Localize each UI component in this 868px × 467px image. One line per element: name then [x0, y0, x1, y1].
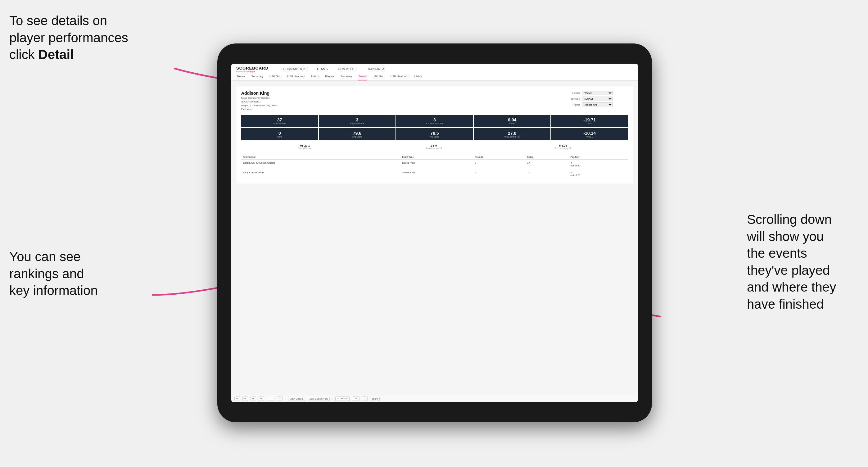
player-controls: Gender Women Men Division NJCAA I NJCAA …: [566, 91, 628, 111]
stat-regional-rank: 3 Regional Rank: [319, 115, 396, 127]
stat-label-sos: SoS: [552, 122, 627, 125]
stat-value-national: 37: [243, 117, 317, 122]
stat-value-sg: -10.14: [552, 131, 627, 136]
division-select[interactable]: NJCAA I NJCAA II: [582, 97, 613, 101]
stat-label-sg: Avg SG: [552, 136, 627, 138]
records-row: 91-20-1 Overall Record 1-5-0 Record vs t…: [241, 142, 628, 152]
record-top50: 5-11-1 Record vs top 50: [555, 144, 571, 149]
record-top25: 1-5-0 Record vs top 25: [425, 144, 442, 149]
nav-tournaments[interactable]: TOURNAMENTS: [280, 65, 308, 73]
cell-event-type-1: Stroke Play: [400, 169, 473, 179]
stat-label-wins: Wins: [243, 136, 317, 138]
toolbar-share[interactable]: Share: [370, 397, 380, 401]
toolbar-watch[interactable]: 👁 Watch ▾: [335, 397, 349, 401]
toolbar-target[interactable]: ⊙: [277, 397, 282, 401]
table-row: Estella CC- Mountain Classic Stroke Play…: [241, 160, 628, 169]
gender-control: Gender Women Men: [566, 91, 628, 95]
tab-summary[interactable]: Summary: [251, 73, 264, 81]
tab-h2h-grid2[interactable]: H2H Grid: [372, 73, 385, 81]
annotation-br-6: have finished: [747, 297, 824, 311]
player-select[interactable]: Addison King: [582, 102, 613, 107]
nav-teams[interactable]: TEAMS: [315, 65, 329, 73]
toolbar-undo[interactable]: ↩: [235, 397, 240, 401]
annotation-br-2: will show you: [747, 229, 824, 244]
tab-detail[interactable]: Detail: [358, 73, 367, 81]
powered-by: Powered by clippd: [236, 70, 269, 73]
annotation-br-5: and where they: [747, 280, 836, 294]
tab-h2h-heatmap[interactable]: H2H Heatmap: [287, 73, 306, 81]
stat-value-conference: 3: [397, 117, 472, 122]
stat-sos: -19.71 SoS: [551, 115, 628, 127]
stat-value-points: 6.04: [475, 117, 550, 122]
main-content[interactable]: Addison King Mesa Community College NJCA…: [231, 81, 638, 395]
annotation-br-1: Scrolling down: [747, 212, 832, 227]
stat-points: 6.04 Points: [474, 115, 551, 127]
annotation-br-3: the events: [747, 246, 807, 260]
toolbar-share-options[interactable]: ☐ ▾: [352, 397, 360, 401]
stat-avg-sg: -10.14 Avg SG: [551, 128, 628, 141]
events-table: Tournament Event Type Rounds Score Posit…: [241, 155, 628, 179]
gender-select[interactable]: Women Men: [582, 91, 613, 95]
toolbar-zoom[interactable]: — +: [267, 397, 274, 401]
annotation-bl-3: key information: [9, 283, 98, 298]
cell-tournament-0: Estella CC- Mountain Classic: [241, 160, 400, 169]
annotation-line-3: click: [9, 47, 38, 62]
toolbar-sep1: |: [285, 398, 286, 400]
player-header: Addison King Mesa Community College NJCA…: [241, 91, 628, 111]
stats-row-1: 37 National Rank 3 Regional Rank 3 Confe…: [241, 115, 628, 127]
tablet-device: SCOREBOARD Powered by clippd TOURNAMENTS…: [217, 43, 652, 422]
toolbar-expand[interactable]: ⤢: [362, 397, 368, 401]
logo-area: SCOREBOARD Powered by clippd: [236, 66, 269, 73]
annotation-line-2: player performances: [9, 30, 128, 45]
cell-rounds-0: 2: [473, 160, 526, 169]
stat-value-avg: 79.6: [320, 131, 395, 136]
content-card: Addison King Mesa Community College NJCA…: [236, 86, 633, 184]
division-control: Division NJCAA I NJCAA II: [566, 97, 628, 101]
player-school: Mesa Community College: [241, 96, 278, 100]
table-row: Lady Coyote Invite Stroke Play 2 16 7 ou…: [241, 169, 628, 179]
player-info: Addison King Mesa Community College NJCA…: [241, 91, 278, 111]
annotation-bold: Detail: [38, 47, 73, 62]
toolbar-save-custom[interactable]: Save Custom View: [308, 397, 330, 401]
player-label: Player: [566, 103, 580, 106]
tab-summary2[interactable]: Summary: [340, 73, 353, 81]
annotation-top-left: To see details on player performances cl…: [9, 12, 128, 63]
stat-avg-par: 27.8 Avg Score to Par: [474, 128, 551, 141]
toolbar-sep2: |: [332, 398, 333, 400]
nav-rankings[interactable]: RANKINGS: [367, 65, 386, 73]
tab-matrix[interactable]: Matrix: [311, 73, 320, 81]
annotation-bl-1: You can see: [9, 249, 81, 264]
sub-nav: Teams Summary H2H Grid H2H Heatmap Matri…: [231, 73, 638, 81]
toolbar-refresh2[interactable]: ⟳: [258, 397, 264, 401]
cell-position-1: 7 out of 20: [569, 169, 628, 179]
player-division: NJCAA Division 1: [241, 100, 278, 104]
gender-label: Gender: [566, 92, 580, 94]
record-overall: 91-20-1 Overall Record: [298, 144, 312, 149]
tab-players[interactable]: Players: [324, 73, 335, 81]
toolbar-redo[interactable]: ↪: [243, 397, 248, 401]
record-label-top25: Record vs top 25: [425, 147, 442, 149]
record-value-top25: 1-5-0: [425, 144, 442, 147]
tab-h2h-heatmap2[interactable]: H2H Heatmap: [390, 73, 409, 81]
tab-h2h-grid[interactable]: H2H Grid: [269, 73, 282, 81]
stat-wins: 0 Wins: [241, 128, 318, 141]
cell-score-0: 17: [525, 160, 568, 169]
stat-label-points: Points: [475, 122, 550, 125]
nav-committee[interactable]: COMMITTEE: [337, 65, 359, 73]
stat-conference-rank: 3 Conference Rank: [396, 115, 473, 127]
table-header-row: Tournament Event Type Rounds Score Posit…: [241, 155, 628, 160]
toolbar-view-original[interactable]: View: Original: [288, 397, 305, 401]
toolbar-refresh[interactable]: ⟳: [251, 397, 256, 401]
annotation-line-1: To see details on: [9, 13, 107, 28]
record-value-top50: 5-11-1: [555, 144, 571, 147]
stat-adj-score: 78.5 Adj Score: [396, 128, 473, 141]
cell-rounds-1: 2: [473, 169, 526, 179]
tab-matrix2[interactable]: Matrix: [414, 73, 423, 81]
stat-national-rank: 37 National Rank: [241, 115, 318, 127]
record-value-overall: 91-20-1: [298, 144, 312, 147]
nav-bar: SCOREBOARD Powered by clippd TOURNAMENTS…: [231, 64, 638, 73]
stat-value-wins: 0: [243, 131, 317, 136]
col-score: Score: [525, 155, 568, 160]
stat-value-par: 27.8: [475, 131, 550, 136]
tab-teams[interactable]: Teams: [236, 73, 246, 81]
